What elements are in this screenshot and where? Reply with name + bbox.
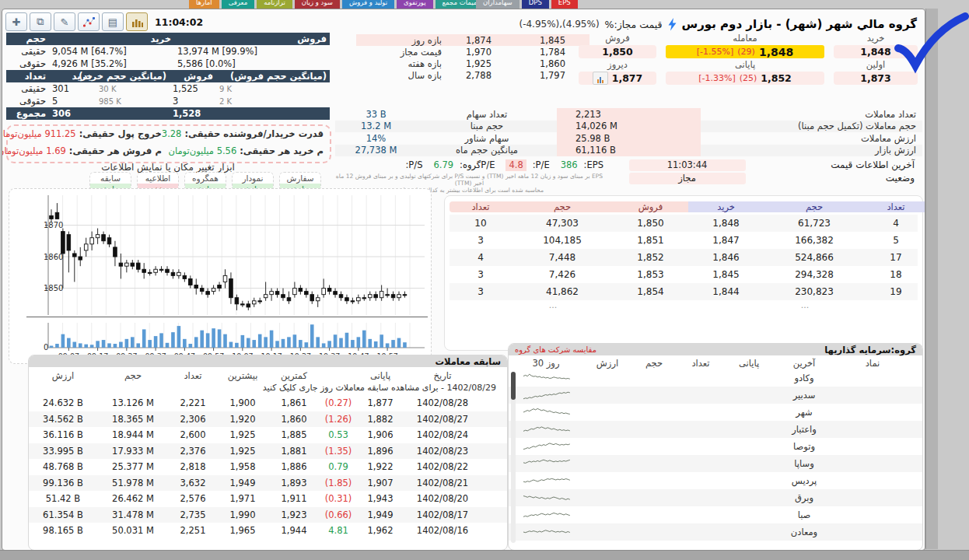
sparkline-سدبیر: [509, 388, 583, 403]
price-columns: خرید 1,848 اولین 1,873 معامله [-1.55%] (…: [574, 33, 922, 86]
history-row: 36.116 B18.944 M2,6001,9251,8850.531,906…: [29, 427, 507, 443]
tab-آمارها[interactable]: آمارها: [189, 0, 219, 9]
sparkline-وکادو: [509, 371, 583, 386]
order-book-row[interactable]: 1047,3031,8501,84861,7234: [450, 215, 918, 232]
intraday-chart-panel: 187018601850009:0709:1709:2709:3709:4709…: [9, 188, 432, 364]
window-right-gutter[interactable]: [925, 9, 938, 549]
svg-text:0: 0: [44, 343, 48, 352]
order-book-more: ......: [450, 300, 918, 310]
yesterday-price: 1,877: [579, 72, 656, 85]
tab-تولید و فروش[interactable]: تولید و فروش: [342, 0, 394, 9]
history-row: 34.562 B18.365 M2,3061,9201,860(1.26)1,8…: [29, 411, 507, 428]
sparkline-ومعادن: [509, 525, 583, 540]
volume-table-row: 13,974 M [99.9%]9,054 M [64.7%]حقیقی: [6, 45, 330, 58]
range-row: 1,8601,925بازه هفته: [356, 58, 589, 69]
order-book-col-3: خرید: [688, 201, 764, 212]
history-col: تعداد: [169, 370, 217, 381]
group-row-شهر[interactable]: شهر: [509, 404, 922, 421]
tab-سهامداران[interactable]: سهامداران: [476, 0, 519, 9]
sell-label: فروش: [574, 33, 661, 44]
tab-سود و زیان[interactable]: سود و زیان: [295, 0, 340, 9]
order-book-col-4: حجم: [764, 201, 865, 212]
status-badge: مجاز: [629, 173, 746, 184]
symbol-title: گروه مالي شهر (شهر) - بازار دوم بورس: [682, 17, 917, 31]
group-col: 30 روز: [509, 358, 583, 369]
copy-button[interactable]: ⧉: [30, 12, 51, 31]
add-button[interactable]: ✚: [5, 12, 27, 31]
tab-معرفی[interactable]: معرفی: [222, 0, 255, 9]
order-book-col-1: حجم: [512, 201, 613, 212]
yesterday-label: دیروز: [574, 59, 661, 71]
group-scrollbar[interactable]: [511, 372, 516, 543]
power-item: م فروش هر حقیقی:1.69 میلیون‌تومان: [2, 145, 162, 160]
ratio-PE: P/E:4.8: [505, 159, 549, 171]
group-col: ارزش: [583, 358, 631, 369]
order-book-row[interactable]: 37,4261,8531,845294,32818: [450, 266, 918, 283]
titlebar: (-4.95%),(4.95%) %قیمت مجاز: گروه مالي ش…: [519, 17, 917, 31]
group-row-واعتبار[interactable]: واعتبار: [509, 421, 922, 438]
bar-chart-icon: [131, 17, 143, 27]
candlestick-chart[interactable]: 187018601850009:0709:1709:2709:3709:4709…: [11, 189, 431, 362]
history-row: 48.768 B25.377 M2,8181,9581,8860.791,922…: [29, 459, 507, 475]
mini-chart-button[interactable]: [593, 72, 608, 85]
group-row-وساپا[interactable]: وساپا: [509, 455, 922, 472]
order-book-row[interactable]: 3104,1851,8511,847166,3825: [450, 232, 918, 249]
sparkline-وساپا: [509, 457, 583, 471]
history-title: سابقه معاملات: [435, 356, 501, 367]
group-row-وکادو[interactable]: وکادو: [509, 369, 922, 387]
close-change: (25): [740, 73, 757, 83]
history-titlebar: سابقه معاملات: [29, 355, 507, 367]
group-row-وتوصا[interactable]: وتوصا: [509, 438, 922, 455]
count-table-header: (میانگین حجم فروش)فروش(میانگین حجم خرید)…: [6, 70, 330, 82]
trade-change: (29): [737, 47, 755, 57]
group-row-صبا[interactable]: صبا: [509, 506, 922, 523]
order-book-row[interactable]: 47,4481,8521,846524,86617: [450, 249, 918, 266]
range-row: 1,7972,788بازه سال: [356, 69, 589, 81]
power-item: قدرت خریدار/فروشنده حقیقی:3.28: [162, 128, 324, 143]
ratio-PS: P/S:: [399, 159, 422, 171]
scatter-chart-button[interactable]: [78, 12, 100, 31]
history-col: ارزش: [29, 370, 97, 381]
group-title: گروه:سرمایه گذاریها: [824, 345, 916, 355]
volume-table-header: فروشخریدحجم: [6, 33, 330, 45]
note-button[interactable]: ✎: [54, 12, 75, 31]
order-book-row[interactable]: 341,8621,8541,844230,82319: [450, 283, 918, 300]
group-rows: وکادوسدبیرشهرواعتباروتوصاوساپاپردیسوبرقص…: [509, 369, 922, 541]
history-row: 61.354 B31.478 M2,7351,9901,923(0.66)1,9…: [29, 507, 507, 523]
history-col: کمترین: [268, 370, 320, 381]
tab-EPS[interactable]: EPS: [551, 0, 578, 9]
order-book-header: تعدادحجمفروشخریدحجمتعداد: [450, 199, 918, 215]
tab-ترازنامه[interactable]: ترازنامه: [257, 0, 292, 9]
group-row-وبرق[interactable]: وبرق: [509, 489, 922, 506]
history-row: 98.165 B50.031 M2,2511,9651,9444.811,962…: [29, 523, 507, 539]
svg-text:1850: 1850: [44, 284, 63, 292]
count-table-total: 1,528306مجموع: [6, 107, 330, 120]
group-panel: گروه:سرمایه گذاریها مقایسه شرکت های گروه…: [508, 343, 923, 551]
group-row-ومعادن[interactable]: ومعادن: [509, 523, 922, 541]
volume-count-tables: فروشخریدحجم13,974 M [99.9%]9,054 M [64.7…: [6, 33, 330, 120]
history-col: حجم: [97, 370, 169, 381]
order-book: تعدادحجمفروشخریدحجمتعداد 1047,3031,8501,…: [444, 195, 923, 351]
order-book-col-5: تعداد: [865, 201, 925, 212]
market-stats: تعداد معاملات2,213تعداد سهام33 Bحجم معام…: [335, 108, 922, 156]
bar-chart-button[interactable]: [126, 12, 148, 31]
group-col: نماد: [835, 358, 910, 369]
history-row: 99.136 B51.978 M3,6321,9491,893(1.85)1,9…: [29, 475, 507, 492]
history-today-row[interactable]: 1402/08/29 - برای مشاهده سابقه معاملات ر…: [29, 383, 507, 395]
history-row: 33.995 B17.933 M2,3761,9251,881(1.35)1,8…: [29, 443, 507, 460]
last-price-info-label: آخرین اطلاعات قیمت: [771, 159, 922, 173]
sparkline-وتوصا: [509, 439, 583, 454]
tab-پورتفوی[interactable]: پورتفوی: [397, 0, 433, 9]
compare-group-link[interactable]: مقایسه شرکت های گروه: [515, 345, 596, 354]
order-book-col-2: فروش: [613, 201, 688, 212]
close-price: [-1.33%] (25) 1,852: [666, 72, 824, 85]
last-trade-price: [-1.55%] (29) 1,848: [666, 45, 824, 58]
group-row-سدبیر[interactable]: سدبیر: [509, 387, 922, 404]
tab-DPS[interactable]: DPS: [522, 0, 549, 9]
stats-row: تعداد معاملات2,213تعداد سهام33 B: [335, 108, 922, 121]
close-pct: [-1.33%]: [698, 73, 736, 83]
screen: { "tabs": { "left_group": [ {"label":"آم…: [0, 0, 969, 560]
order-book-rows: 1047,3031,8501,84861,72343104,1851,8511,…: [445, 215, 922, 300]
group-row-پردیس[interactable]: پردیس: [509, 472, 922, 489]
list-button[interactable]: ▤: [102, 12, 124, 31]
